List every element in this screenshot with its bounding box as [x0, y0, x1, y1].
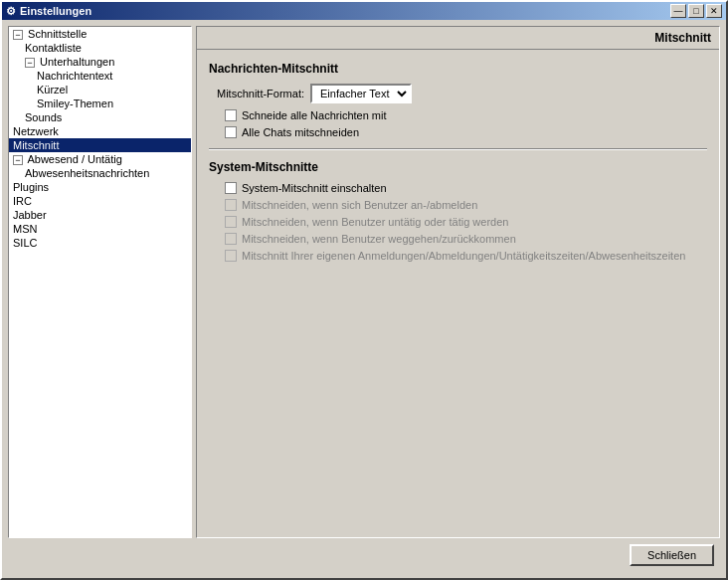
sidebar-item-sounds[interactable]: Sounds — [9, 110, 191, 124]
content-body: Nachrichten-Mitschnitt Mitschnitt-Format… — [197, 50, 719, 537]
sidebar-item-unterhaltungen[interactable]: − Unterhaltungen — [9, 55, 191, 69]
sidebar-item-schnittstelle[interactable]: − Schnittstelle — [9, 27, 191, 41]
sidebar: − Schnittstelle Kontaktliste − Unterhalt… — [8, 26, 192, 538]
title-bar-buttons: — □ ✕ — [670, 4, 722, 18]
main-area: − Schnittstelle Kontaktliste − Unterhalt… — [8, 26, 720, 538]
title-bar: ⚙ Einstellungen — □ ✕ — [2, 2, 726, 20]
checkbox-chats-label: Alle Chats mitschneiden — [242, 126, 359, 138]
sidebar-item-kuerzel[interactable]: Kürzel — [9, 83, 191, 97]
minimize-button[interactable]: — — [670, 4, 686, 18]
window-title: Einstellungen — [20, 5, 91, 17]
checkbox-einschalten[interactable] — [225, 182, 237, 194]
sidebar-item-jabber[interactable]: Jabber — [9, 208, 191, 222]
sidebar-item-irc[interactable]: IRC — [9, 194, 191, 208]
checkbox-eigene-row: Mitschnitt Ihrer eigenen Anmeldungen/Abm… — [209, 250, 707, 262]
maximize-button[interactable]: □ — [688, 4, 704, 18]
checkbox-schneide-label: Schneide alle Nachrichten mit — [242, 109, 387, 121]
sidebar-label-jabber: Jabber — [13, 209, 47, 221]
footer: Schließen — [8, 544, 720, 572]
checkbox-anmelden-label: Mitschneiden, wenn sich Benutzer an-/abm… — [242, 199, 477, 211]
window-content: − Schnittstelle Kontaktliste − Unterhalt… — [2, 20, 726, 578]
einstellungen-window: ⚙ Einstellungen — □ ✕ − Schnittstelle Ko… — [0, 0, 728, 580]
format-label: Mitschnitt-Format: — [217, 88, 304, 99]
sidebar-item-msn[interactable]: MSN — [9, 222, 191, 236]
checkbox-weggehen-row: Mitschneiden, wenn Benutzer weggehen/zur… — [209, 233, 707, 245]
sidebar-label-irc: IRC — [13, 195, 32, 207]
content-panel: Mitschnitt Nachrichten-Mitschnitt Mitsch… — [196, 26, 720, 538]
checkbox-untaetig-label: Mitschneiden, wenn Benutzer untätig oder… — [242, 216, 508, 228]
sidebar-item-kontaktliste[interactable]: Kontaktliste — [9, 41, 191, 55]
close-button[interactable]: Schließen — [630, 544, 714, 566]
sidebar-label-plugins: Plugins — [13, 181, 49, 193]
checkbox-untaetig-row: Mitschneiden, wenn Benutzer untätig oder… — [209, 216, 707, 228]
sidebar-label-mitschnitt: Mitschnitt — [13, 139, 59, 151]
window-icon: ⚙ — [6, 5, 16, 18]
system-section-title: System-Mitschnitte — [209, 160, 707, 174]
close-title-button[interactable]: ✕ — [706, 4, 722, 18]
sidebar-item-netzwerk[interactable]: Netzwerk — [9, 124, 191, 138]
content-header: Mitschnitt — [197, 27, 719, 50]
format-row: Mitschnitt-Format: Einfacher Text — [209, 84, 707, 103]
sidebar-label-kontaktliste: Kontaktliste — [25, 42, 82, 54]
sidebar-label-silc: SILC — [13, 237, 37, 249]
checkbox-anmelden — [225, 199, 237, 211]
checkbox-chats-row: Alle Chats mitschneiden — [209, 126, 707, 138]
checkbox-untaetig — [225, 216, 237, 228]
sidebar-label-msn: MSN — [13, 223, 37, 235]
toggle-unterhaltungen[interactable]: − — [25, 58, 35, 68]
checkbox-weggehen-label: Mitschneiden, wenn Benutzer weggehen/zur… — [242, 233, 516, 245]
checkbox-weggehen — [225, 233, 237, 245]
sidebar-label-nachrichtentext: Nachrichtentext — [37, 70, 112, 82]
sidebar-label-netzwerk: Netzwerk — [13, 125, 59, 137]
sidebar-item-abwesenheitsnachrichten[interactable]: Abwesenheitsnachrichten — [9, 166, 191, 180]
sidebar-item-silc[interactable]: SILC — [9, 236, 191, 250]
sidebar-label-kuerzel: Kürzel — [37, 84, 68, 96]
toggle-schnittstelle[interactable]: − — [13, 30, 23, 40]
sidebar-item-abwesend[interactable]: − Abwesend / Untätig — [9, 152, 191, 166]
nachrichten-section-title: Nachrichten-Mitschnitt — [209, 62, 707, 76]
checkbox-schneide[interactable] — [225, 109, 237, 121]
sidebar-label-unterhaltungen: Unterhaltungen — [40, 56, 114, 68]
checkbox-einschalten-label: System-Mitschnitt einschalten — [242, 182, 387, 194]
checkbox-eigene — [225, 250, 237, 262]
sidebar-label-abwesenheitsnachrichten: Abwesenheitsnachrichten — [25, 167, 149, 179]
checkbox-anmelden-row: Mitschneiden, wenn sich Benutzer an-/abm… — [209, 199, 707, 211]
sidebar-item-plugins[interactable]: Plugins — [9, 180, 191, 194]
window-title-area: ⚙ Einstellungen — [6, 5, 91, 18]
checkbox-einschalten-row: System-Mitschnitt einschalten — [209, 182, 707, 194]
sidebar-label-sounds: Sounds — [25, 111, 62, 123]
checkbox-chats[interactable] — [225, 126, 237, 138]
sidebar-label-abwesend: Abwesend / Untätig — [27, 153, 121, 165]
checkbox-eigene-label: Mitschnitt Ihrer eigenen Anmeldungen/Abm… — [242, 250, 685, 262]
sidebar-label-schnittstelle: Schnittstelle — [28, 28, 87, 40]
sidebar-item-mitschnitt[interactable]: Mitschnitt — [9, 138, 191, 152]
checkbox-schneide-row: Schneide alle Nachrichten mit — [209, 109, 707, 121]
toggle-abwesend[interactable]: − — [13, 155, 23, 165]
sidebar-label-smiley-themen: Smiley-Themen — [37, 97, 113, 109]
format-select[interactable]: Einfacher Text — [310, 84, 412, 103]
format-select-wrapper: Einfacher Text — [310, 84, 412, 103]
sidebar-item-nachrichtentext[interactable]: Nachrichtentext — [9, 69, 191, 83]
sidebar-item-smiley-themen[interactable]: Smiley-Themen — [9, 97, 191, 110]
section-divider — [209, 148, 707, 150]
